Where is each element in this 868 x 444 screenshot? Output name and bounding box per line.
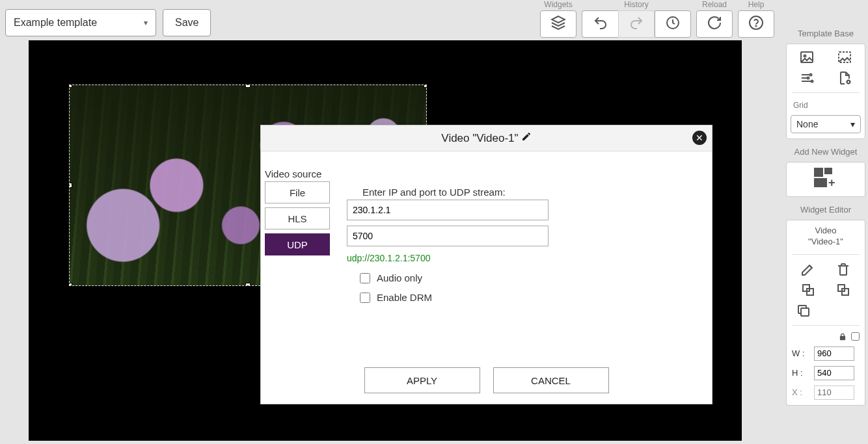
widgets-button[interactable] bbox=[540, 10, 576, 38]
svg-point-7 bbox=[810, 74, 812, 76]
reload-button[interactable] bbox=[696, 10, 733, 38]
apply-button[interactable]: APPLY bbox=[364, 367, 480, 393]
audio-only-checkbox[interactable] bbox=[360, 273, 370, 283]
enable-drm-checkbox[interactable] bbox=[360, 293, 370, 303]
history-icon bbox=[665, 15, 681, 33]
template-base-title: Template Base bbox=[783, 29, 868, 38]
resize-handle-tl[interactable] bbox=[69, 85, 72, 88]
dialog-header: Video "Video-1" ✕ bbox=[261, 125, 712, 151]
svg-point-9 bbox=[811, 81, 813, 83]
port-input[interactable] bbox=[347, 226, 549, 246]
send-backward-button[interactable] bbox=[835, 282, 851, 298]
resize-handle-bl[interactable] bbox=[69, 283, 72, 286]
enable-drm-row[interactable]: Enable DRM bbox=[360, 292, 432, 303]
source-tab-hls[interactable]: HLS bbox=[265, 207, 330, 229]
add-widget-button[interactable]: + bbox=[814, 168, 837, 191]
reload-icon bbox=[707, 15, 722, 33]
svg-point-8 bbox=[807, 77, 809, 79]
udp-prompt: Enter IP and port to UDP stream: bbox=[362, 187, 506, 198]
svg-point-3 bbox=[755, 25, 756, 26]
help-label: Help bbox=[748, 0, 765, 10]
x-input[interactable] bbox=[814, 385, 854, 400]
lock-icon bbox=[838, 332, 847, 341]
grid-value: None bbox=[796, 119, 818, 129]
redo-icon bbox=[629, 15, 644, 33]
svg-point-5 bbox=[804, 55, 806, 57]
close-icon[interactable]: ✕ bbox=[692, 131, 707, 145]
widget-editor-title: Widget Editor bbox=[783, 205, 868, 215]
video-settings-dialog: Video "Video-1" ✕ Video source File HLS … bbox=[260, 125, 712, 404]
image-icon[interactable] bbox=[799, 49, 815, 65]
cancel-button[interactable]: CANCEL bbox=[493, 367, 609, 393]
template-base-panel: Grid None ▾ bbox=[786, 44, 865, 139]
audio-only-label: Audio only bbox=[377, 272, 422, 283]
add-widget-title: Add New Widget bbox=[783, 147, 868, 157]
x-label: X : bbox=[792, 387, 810, 397]
edit-widget-button[interactable] bbox=[800, 261, 816, 277]
reload-label: Reload bbox=[702, 0, 727, 10]
svg-point-2 bbox=[750, 16, 763, 29]
save-button[interactable]: Save bbox=[163, 9, 211, 36]
height-input[interactable] bbox=[814, 366, 854, 380]
redo-button[interactable] bbox=[618, 10, 655, 38]
undo-icon bbox=[593, 15, 608, 33]
width-label: W : bbox=[792, 348, 810, 358]
chevron-down-icon: ▾ bbox=[850, 119, 855, 129]
layers-icon bbox=[550, 15, 566, 33]
help-button[interactable] bbox=[738, 10, 774, 38]
lock-aspect-checkbox[interactable] bbox=[851, 332, 860, 341]
widget-editor-name: Video "Video-1" bbox=[808, 226, 843, 248]
dialog-title: Video "Video-1" bbox=[441, 132, 518, 145]
right-sidebar: Template Base Grid None ▾ Add New Widget bbox=[783, 26, 868, 444]
template-select[interactable]: Example template ▾ bbox=[5, 9, 156, 36]
grid-select[interactable]: None ▾ bbox=[791, 115, 861, 133]
copy-widget-button[interactable] bbox=[796, 303, 811, 319]
chevron-down-icon: ▾ bbox=[144, 18, 148, 27]
bring-forward-button[interactable] bbox=[800, 282, 816, 298]
sliders-icon[interactable] bbox=[799, 70, 815, 86]
audio-only-row[interactable]: Audio only bbox=[360, 272, 422, 283]
width-input[interactable] bbox=[814, 346, 854, 361]
widget-editor-panel: Video "Video-1" bbox=[786, 220, 865, 406]
enable-drm-label: Enable DRM bbox=[377, 292, 432, 303]
resize-handle-tm[interactable] bbox=[245, 85, 251, 88]
svg-marker-0 bbox=[552, 16, 565, 23]
delete-widget-button[interactable] bbox=[835, 261, 851, 277]
template-name: Example template bbox=[14, 17, 97, 29]
udp-url-display: udp://230.1.2.1:5700 bbox=[347, 253, 430, 263]
grid-label: Grid bbox=[793, 101, 808, 110]
resize-handle-ml[interactable] bbox=[69, 183, 72, 188]
height-label: H : bbox=[792, 368, 810, 378]
svg-rect-15 bbox=[801, 308, 809, 316]
undo-button[interactable] bbox=[582, 10, 618, 38]
resize-handle-bm[interactable] bbox=[245, 283, 251, 286]
history-button[interactable] bbox=[655, 10, 691, 38]
source-tab-file[interactable]: File bbox=[265, 181, 330, 203]
image-dashed-icon[interactable] bbox=[837, 49, 852, 65]
file-gear-icon[interactable] bbox=[837, 70, 852, 86]
ip-input[interactable] bbox=[347, 200, 549, 220]
add-widget-panel: + bbox=[786, 162, 865, 197]
source-tab-udp[interactable]: UDP bbox=[265, 233, 330, 255]
history-label: History bbox=[624, 0, 648, 10]
widgets-label: Widgets bbox=[544, 0, 572, 10]
pencil-icon[interactable] bbox=[521, 131, 532, 145]
resize-handle-tr[interactable] bbox=[424, 85, 427, 88]
top-toolbar: Example template ▾ Save Widgets History bbox=[0, 0, 868, 40]
video-source-label: Video source bbox=[265, 168, 321, 179]
help-icon bbox=[748, 15, 764, 33]
